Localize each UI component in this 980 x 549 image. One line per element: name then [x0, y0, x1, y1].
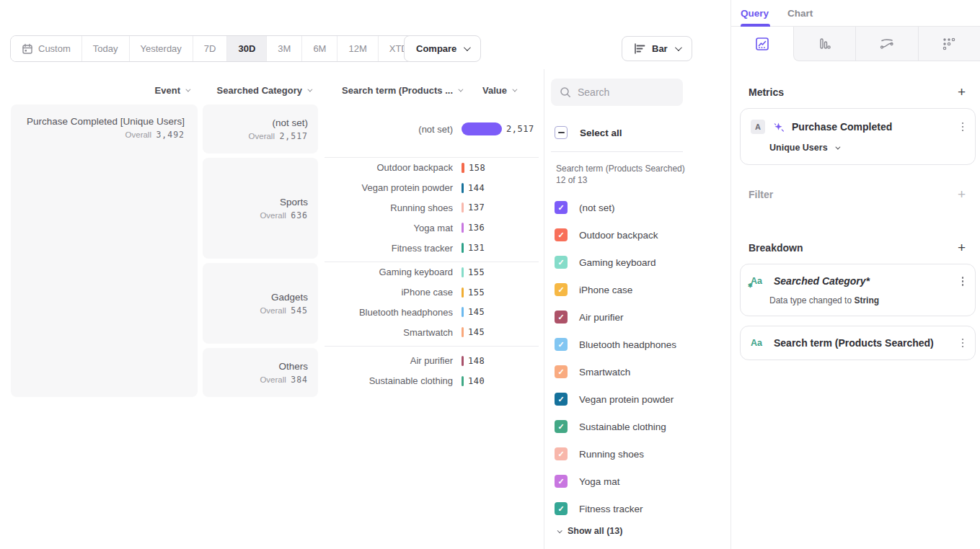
filter-item-iphone-case[interactable]: ✓iPhone case [551, 276, 730, 303]
check-icon: ✓ [557, 340, 564, 349]
column-header-value[interactable]: Value [482, 85, 516, 96]
value-bar[interactable] [462, 163, 464, 173]
breakdown-property-name: Search term (Products Searched) [774, 337, 953, 349]
category-card[interactable]: GadgetsOverall 545 [203, 263, 318, 344]
date-range-30d[interactable]: 30D [227, 36, 267, 61]
checked-checkbox[interactable]: ✓ [555, 420, 568, 433]
term-row[interactable]: Gaming keyboard155 [325, 262, 539, 282]
checked-checkbox[interactable]: ✓ [555, 338, 568, 351]
tab-chart[interactable]: Chart [787, 0, 813, 27]
term-row[interactable]: iPhone case155 [325, 282, 539, 303]
tab-insights[interactable] [731, 27, 793, 61]
category-card[interactable]: SportsOverall 636 [203, 158, 318, 259]
kebab-menu-icon[interactable] [961, 337, 966, 349]
checked-checkbox[interactable]: ✓ [555, 365, 568, 378]
filter-item-label: iPhone case [579, 285, 632, 295]
value-bar[interactable] [462, 307, 464, 317]
checked-checkbox[interactable]: ✓ [555, 311, 568, 323]
date-range-6m[interactable]: 6M [302, 36, 337, 61]
filter-item-gaming-keyboard[interactable]: ✓Gaming keyboard [551, 249, 730, 276]
kebab-menu-icon[interactable] [961, 275, 966, 287]
filter-item-bluetooth-headphones[interactable]: ✓Bluetooth headphones [551, 331, 730, 358]
compare-button[interactable]: Compare [404, 35, 481, 62]
term-row[interactable]: Vegan protein powder144 [325, 178, 539, 198]
filter-item-vegan-protein-powder[interactable]: ✓Vegan protein powder [551, 385, 730, 413]
tab-flows[interactable] [855, 27, 918, 61]
value-bar[interactable] [462, 243, 464, 253]
value-bar[interactable] [462, 376, 464, 386]
column-header-searched-category[interactable]: Searched Category [203, 85, 318, 96]
metric-card[interactable]: A Purchase Completed Unique Users [740, 108, 976, 165]
value-bar[interactable] [462, 183, 464, 193]
category-overall: Overall 545 [203, 305, 308, 316]
tab-query[interactable]: Query [741, 0, 769, 27]
date-range-3m[interactable]: 3M [267, 36, 302, 61]
checked-checkbox[interactable]: ✓ [555, 393, 568, 406]
tab-retention[interactable] [918, 27, 980, 61]
value-bar[interactable] [462, 122, 502, 135]
value-label: 140 [468, 376, 485, 386]
column-header-event[interactable]: Event [11, 85, 198, 96]
term-row[interactable]: (not set)2,517 [325, 119, 539, 139]
add-breakdown-button[interactable]: + [958, 241, 966, 254]
date-range-yesterday[interactable]: Yesterday [130, 36, 193, 61]
category-card[interactable]: (not set)Overall 2,517 [203, 104, 318, 153]
filter-item-smartwatch[interactable]: ✓Smartwatch [551, 358, 730, 385]
metric-event-name: Purchase Completed [792, 121, 953, 133]
add-filter-button[interactable]: + [958, 187, 966, 201]
checked-checkbox[interactable]: ✓ [555, 447, 568, 460]
date-range-group: CustomTodayYesterday7D30D3M6M12MXTD [10, 35, 430, 62]
checked-checkbox[interactable]: ✓ [555, 201, 568, 214]
filter-item-fitness-tracker[interactable]: ✓Fitness tracker [551, 495, 730, 522]
filter-item-outdoor-backpack[interactable]: ✓Outdoor backpack [551, 221, 730, 249]
breakdown-card-search-term[interactable]: Aa Search term (Products Searched) [740, 326, 976, 361]
filter-item-sustainable-clothing[interactable]: ✓Sustainable clothing [551, 413, 730, 440]
term-row[interactable]: Outdoor backpack158 [325, 158, 539, 178]
checked-checkbox[interactable]: ✓ [555, 283, 568, 296]
term-row[interactable]: Fitness tracker131 [325, 238, 539, 258]
show-all-button[interactable]: Show all (13) [551, 526, 730, 536]
date-range-12m[interactable]: 12M [337, 36, 378, 61]
check-icon: ✓ [557, 313, 564, 322]
date-range-7d[interactable]: 7D [193, 36, 228, 61]
select-all-checkbox[interactable] [555, 126, 568, 139]
chart-type-button[interactable]: Bar [622, 36, 692, 61]
value-bar[interactable] [462, 356, 464, 366]
kebab-menu-icon[interactable] [961, 121, 966, 133]
term-row[interactable]: Bluetooth headphones145 [325, 303, 539, 323]
select-all-row[interactable]: Select all [551, 126, 730, 139]
checked-checkbox[interactable]: ✓ [555, 256, 568, 269]
value-bar[interactable] [462, 223, 464, 233]
filter-item--not-set-[interactable]: ✓(not set) [551, 194, 730, 221]
term-row[interactable]: Smartwatch145 [325, 322, 539, 342]
checked-checkbox[interactable]: ✓ [555, 502, 568, 515]
value-bar[interactable] [462, 267, 464, 277]
date-range-today[interactable]: Today [82, 36, 130, 61]
checked-checkbox[interactable]: ✓ [555, 228, 568, 241]
filter-item-yoga-mat[interactable]: ✓Yoga mat [551, 468, 730, 495]
date-range-custom[interactable]: Custom [11, 36, 82, 61]
search-box[interactable] [551, 79, 683, 106]
filter-item-air-purifier[interactable]: ✓Air purifier [551, 303, 730, 331]
term-label: Sustainable clothing [325, 375, 462, 386]
metric-measure[interactable]: Unique Users [741, 134, 975, 164]
term-row[interactable]: Yoga mat136 [325, 218, 539, 238]
category-title: Gadgets [203, 292, 308, 303]
value-bar[interactable] [462, 202, 464, 213]
column-header-search-term[interactable]: Search term (Products ... [325, 85, 462, 96]
filter-item-running-shoes[interactable]: ✓Running shoes [551, 440, 730, 468]
event-card[interactable]: Purchase Completed [Unique Users] Overal… [11, 104, 198, 397]
category-card[interactable]: OthersOverall 384 [203, 348, 318, 397]
chart-type-label: Bar [652, 43, 668, 54]
checked-checkbox[interactable]: ✓ [555, 475, 568, 488]
tab-bar-report[interactable] [793, 27, 856, 61]
term-row[interactable]: Running shoes137 [325, 198, 539, 218]
value-bar[interactable] [462, 327, 464, 337]
term-row[interactable]: Sustainable clothing140 [325, 371, 539, 391]
value-bar[interactable] [462, 287, 464, 298]
check-icon: ✓ [557, 504, 564, 514]
search-input[interactable] [578, 86, 671, 98]
term-row[interactable]: Air purifier148 [325, 351, 539, 371]
add-metric-button[interactable]: + [958, 85, 966, 99]
breakdown-card-searched-category[interactable]: Aa✱ Searched Category* Data type changed… [740, 264, 976, 316]
